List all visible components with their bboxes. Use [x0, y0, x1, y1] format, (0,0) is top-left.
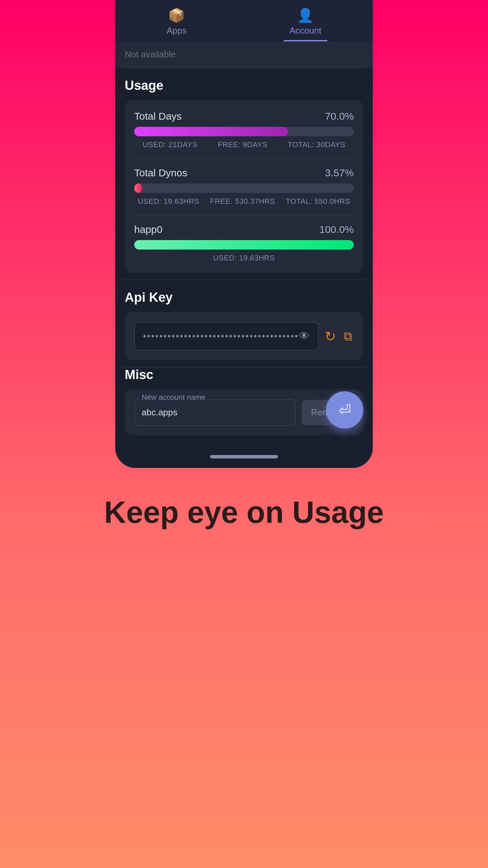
- not-available-bar: Not available: [115, 42, 373, 67]
- eye-icon[interactable]: 👁: [299, 330, 310, 342]
- usage-row-total-dynos: Total Dynos 3.57% USED: 19.63HRS FREE: 5…: [134, 167, 354, 206]
- usage-stats-total-days: USED: 21DAYS FREE: 9DAYS TOTAL: 30DAYS: [134, 140, 354, 149]
- misc-input-wrap: New account name: [134, 399, 296, 426]
- api-key-input-wrap: •••••••••••••••••••••••••••••••••••••• 👁: [134, 322, 319, 351]
- progress-fill-total-days: [134, 127, 288, 136]
- usage-stat-2-0: USED: 19.63HRS: [213, 254, 275, 262]
- apps-icon: 📦: [168, 7, 185, 23]
- progress-fill-happ0: [134, 240, 354, 250]
- phone-wrapper: 📦 Apps 👤 Account Not available Usage Tot…: [105, 0, 383, 468]
- usage-stat-0-1: FREE: 9DAYS: [218, 140, 267, 149]
- row-divider-2: [134, 215, 354, 216]
- phone-screen: 📦 Apps 👤 Account Not available Usage Tot…: [115, 0, 373, 468]
- api-key-title: Api Key: [125, 290, 363, 305]
- row-divider-1: [134, 159, 354, 159]
- tab-bar: 📦 Apps 👤 Account: [115, 0, 373, 42]
- progress-bg-happ0: [134, 240, 354, 250]
- usage-name-total-dynos: Total Dynos: [134, 167, 187, 179]
- usage-header-happ0: happ0 100.0%: [134, 224, 354, 235]
- logout-icon: ⏎: [339, 401, 351, 419]
- account-label: Account: [289, 25, 321, 36]
- usage-card: Total Days 70.0% USED: 21DAYS FREE: 9DAY…: [125, 100, 363, 273]
- usage-header-total-dynos: Total Dynos 3.57%: [134, 167, 354, 179]
- not-available-text: Not available: [125, 49, 176, 59]
- usage-percent-total-days: 70.0%: [325, 111, 354, 122]
- apps-label: Apps: [167, 25, 187, 36]
- progress-bg-total-days: [134, 127, 354, 136]
- api-key-row: •••••••••••••••••••••••••••••••••••••• 👁…: [134, 322, 354, 351]
- tab-apps[interactable]: 📦 Apps: [146, 3, 207, 41]
- misc-input-label: New account name: [140, 393, 207, 402]
- tab-account[interactable]: 👤 Account: [269, 3, 342, 41]
- usage-stat-1-0: USED: 19.63HRS: [138, 197, 200, 206]
- new-account-name-input[interactable]: [134, 399, 296, 426]
- usage-stats-total-dynos: USED: 19.63HRS FREE: 530.37HRS TOTAL: 55…: [134, 197, 354, 206]
- usage-stat-1-1: FREE: 530.37HRS: [210, 197, 275, 206]
- nav-handle: [210, 455, 278, 458]
- usage-section: Usage Total Days 70.0% USED: 21DAYS FREE…: [115, 68, 373, 279]
- usage-name-total-days: Total Days: [134, 111, 182, 122]
- usage-percent-happ0: 100.0%: [319, 224, 354, 235]
- usage-stats-happ0: USED: 19.63HRS: [134, 254, 354, 262]
- usage-stat-1-2: TOTAL: 550.0HRS: [286, 197, 350, 206]
- misc-section: Misc New account name Rename ⏎: [115, 368, 373, 449]
- bottom-caption: Keep eye on Usage: [104, 495, 384, 530]
- tab-active-indicator: [284, 40, 327, 41]
- nav-handle-bar: [115, 449, 373, 468]
- usage-title: Usage: [125, 78, 363, 93]
- api-key-card: •••••••••••••••••••••••••••••••••••••• 👁…: [125, 312, 363, 360]
- progress-bg-total-dynos: [134, 183, 354, 193]
- account-icon: 👤: [297, 7, 314, 23]
- usage-name-happ0: happ0: [134, 224, 162, 235]
- usage-row-total-days: Total Days 70.0% USED: 21DAYS FREE: 9DAY…: [134, 111, 354, 149]
- usage-stat-0-2: TOTAL: 30DAYS: [288, 140, 345, 149]
- usage-row-happ0: happ0 100.0% USED: 19.63HRS: [134, 224, 354, 262]
- progress-fill-total-dynos: [134, 183, 142, 193]
- refresh-api-key-button[interactable]: ↻: [325, 324, 336, 349]
- api-key-value: ••••••••••••••••••••••••••••••••••••••: [143, 331, 299, 341]
- api-key-section: Api Key ••••••••••••••••••••••••••••••••…: [115, 280, 373, 367]
- misc-title: Misc: [125, 368, 363, 382]
- usage-header-total-days: Total Days 70.0%: [134, 111, 354, 122]
- copy-api-key-button[interactable]: ⧉: [342, 324, 354, 349]
- logout-fab[interactable]: ⏎: [326, 391, 363, 429]
- usage-stat-0-0: USED: 21DAYS: [143, 140, 198, 149]
- usage-percent-total-dynos: 3.57%: [325, 167, 354, 179]
